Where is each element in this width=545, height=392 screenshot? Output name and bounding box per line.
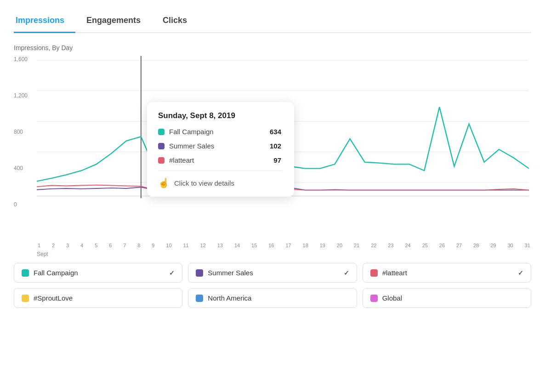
- legend-item-summer[interactable]: Summer Sales ✓: [188, 263, 357, 283]
- x-label: 23: [388, 243, 393, 248]
- chart-title: Impressions, By Day: [14, 44, 531, 51]
- x-label: 30: [507, 243, 513, 248]
- tab-impressions[interactable]: Impressions: [14, 9, 75, 33]
- x-label: 20: [337, 243, 342, 248]
- tab-engagements[interactable]: Engagements: [85, 9, 152, 33]
- x-label: 17: [285, 243, 291, 248]
- legend-item-global[interactable]: Global: [363, 288, 531, 308]
- x-label: 15: [251, 243, 257, 248]
- x-axis-month-label: Sept: [37, 251, 48, 257]
- x-label: 29: [490, 243, 496, 248]
- x-label: 27: [456, 243, 462, 248]
- legend-dot-northamerica: [196, 295, 203, 302]
- legend-grid: Fall Campaign ✓ Summer Sales ✓ #latteart…: [14, 263, 531, 308]
- x-label: 13: [217, 243, 223, 248]
- tooltip-row-fall: Fall Campaign 634: [158, 128, 281, 136]
- legend-dot-fall: [22, 269, 29, 277]
- tooltip-value-fall: 634: [270, 128, 281, 136]
- tooltip-value-latteart: 97: [273, 156, 281, 164]
- y-label-800: 800: [14, 129, 28, 135]
- legend-check-latteart: ✓: [518, 269, 523, 277]
- legend-dot-sproutlove: [22, 295, 29, 302]
- x-label: 1: [38, 243, 40, 248]
- x-label: 11: [183, 243, 188, 248]
- click-icon: ☝: [158, 177, 170, 188]
- x-label: 3: [66, 243, 69, 248]
- legend-name-summer: Summer Sales: [208, 269, 339, 277]
- x-label: 2: [52, 243, 55, 248]
- x-label: 16: [268, 243, 274, 248]
- x-label: 10: [166, 243, 171, 248]
- x-label: 31: [525, 243, 530, 248]
- legend-name-latteart: #latteart: [382, 269, 513, 277]
- x-label: 28: [473, 243, 479, 248]
- x-label: 19: [320, 243, 325, 248]
- legend-dot-latteart: [370, 269, 378, 277]
- legend-check-fall: ✓: [169, 269, 175, 277]
- x-label: 21: [354, 243, 359, 248]
- tooltip-action-label: Click to view details: [174, 179, 234, 187]
- legend-name-fall: Fall Campaign: [34, 269, 165, 277]
- chart-tooltip[interactable]: Sunday, Sept 8, 2019 Fall Campaign 634 S…: [147, 102, 294, 197]
- y-label-400: 400: [14, 165, 28, 171]
- tab-bar: Impressions Engagements Clicks: [14, 9, 531, 33]
- x-label: 4: [80, 243, 83, 248]
- y-label-0: 0: [14, 201, 28, 208]
- chart-area: 1,600 1,200 800 400 0 1 2 3 4 5 6 7 8 9 …: [14, 56, 531, 258]
- legend-dot-summer: [196, 269, 203, 277]
- x-label: 12: [200, 243, 206, 248]
- legend-item-northamerica[interactable]: North America: [188, 288, 357, 308]
- tooltip-dot-latteart: [158, 157, 165, 164]
- legend-dot-global: [370, 295, 378, 302]
- tooltip-name-summer: Summer Sales: [169, 142, 265, 150]
- x-label: 18: [303, 243, 308, 248]
- tooltip-divider: [158, 170, 281, 171]
- tooltip-date: Sunday, Sept 8, 2019: [158, 111, 281, 120]
- tab-clicks[interactable]: Clicks: [161, 9, 198, 33]
- x-label: 24: [405, 243, 410, 248]
- tooltip-name-fall: Fall Campaign: [169, 128, 265, 136]
- legend-item-sproutlove[interactable]: #SproutLove: [14, 288, 182, 308]
- tooltip-value-summer: 102: [270, 142, 281, 150]
- x-label: 25: [422, 243, 428, 248]
- tooltip-name-latteart: #latteart: [169, 156, 269, 164]
- tooltip-action[interactable]: ☝ Click to view details: [158, 177, 281, 188]
- legend-item-fall[interactable]: Fall Campaign ✓: [14, 263, 182, 283]
- tooltip-dot-fall: [158, 129, 165, 135]
- tooltip-row-summer: Summer Sales 102: [158, 142, 281, 150]
- x-label: 5: [95, 243, 97, 248]
- x-label: 6: [109, 243, 112, 248]
- x-label: 26: [439, 243, 445, 248]
- legend-item-latteart[interactable]: #latteart ✓: [363, 263, 531, 283]
- x-label: 14: [234, 243, 240, 248]
- legend-name-sproutlove: #SproutLove: [34, 294, 175, 302]
- legend-name-global: Global: [382, 294, 523, 302]
- legend-name-northamerica: North America: [208, 294, 349, 302]
- x-label: 8: [137, 243, 140, 248]
- x-label: 7: [123, 243, 126, 248]
- tooltip-dot-summer: [158, 143, 165, 149]
- x-label: 9: [152, 243, 154, 248]
- legend-check-summer: ✓: [344, 269, 349, 277]
- y-label-1200: 1,200: [14, 92, 28, 99]
- tooltip-row-latteart: #latteart 97: [158, 156, 281, 164]
- x-label: 22: [371, 243, 376, 248]
- y-label-1600: 1,600: [14, 56, 28, 62]
